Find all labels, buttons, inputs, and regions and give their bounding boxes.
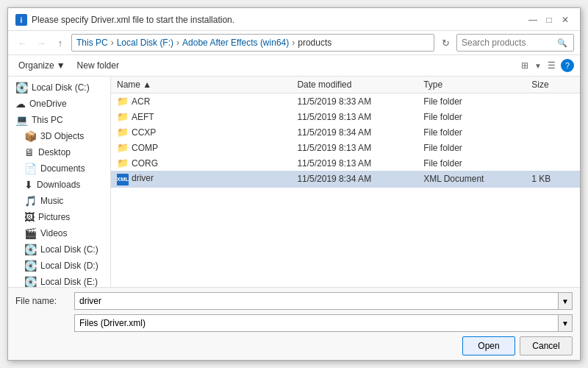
help-button[interactable]: ?: [561, 59, 574, 72]
title-controls: — □ ✕: [526, 14, 573, 26]
title-text: Please specify Driver.xml file to start …: [32, 15, 521, 25]
file-name-ccxp: 📁CCXP: [111, 124, 291, 140]
file-type-driver: XML Document: [417, 171, 526, 188]
file-type-acr: File folder: [417, 93, 526, 110]
dialog-window: i Please specify Driver.xml file to star…: [7, 7, 581, 361]
filename-input[interactable]: [74, 292, 558, 310]
up-button[interactable]: ↑: [52, 35, 68, 51]
file-name-driver: XMLdriver: [111, 171, 291, 188]
back-button[interactable]: ←: [14, 35, 30, 51]
table-row[interactable]: 📁CCXP 11/5/2019 8:34 AM File folder: [111, 124, 580, 140]
computer-icon: 💻: [15, 114, 28, 126]
sidebar-item-documents[interactable]: 📄 Documents: [8, 160, 110, 177]
file-size-acr: [526, 93, 580, 110]
sidebar-item-local-d[interactable]: 💽 Local Disk (D:): [8, 258, 110, 274]
filetype-row: ▼: [15, 314, 573, 332]
disk-d-icon: 💽: [24, 260, 37, 272]
forward-button[interactable]: →: [33, 35, 49, 51]
sidebar-item-videos[interactable]: 🎬 Videos: [8, 225, 110, 241]
new-folder-button[interactable]: New folder: [73, 58, 123, 73]
cloud-icon: ☁: [15, 98, 26, 110]
refresh-button[interactable]: ↻: [437, 35, 453, 51]
col-type[interactable]: Type: [417, 77, 526, 93]
folder-icon: 📁: [117, 158, 129, 169]
file-type-aeft: File folder: [417, 109, 526, 124]
sidebar-item-pictures[interactable]: 🖼 Pictures: [8, 209, 110, 225]
file-table: Name ▲ Date modified Type Size 📁ACR 11/5…: [111, 77, 580, 188]
file-size-comp: [526, 140, 580, 155]
details-view-button[interactable]: ☰: [543, 57, 559, 74]
sidebar-item-this-pc[interactable]: 💻 This PC: [8, 112, 110, 128]
file-date-corg: 11/5/2019 8:13 AM: [291, 155, 417, 171]
filename-row: File name: ▼: [15, 292, 573, 310]
address-bar: ← → ↑ This PC › Local Disk (F:) › Adobe …: [8, 31, 580, 55]
downloads-icon: ⬇: [24, 179, 33, 191]
sidebar-item-downloads[interactable]: ⬇ Downloads: [8, 177, 110, 193]
sidebar-item-local-e[interactable]: 💽 Local Disk (E:): [8, 274, 110, 287]
disk-c-icon: 💽: [24, 244, 37, 255]
open-button[interactable]: Open: [462, 336, 515, 355]
col-name[interactable]: Name ▲: [111, 77, 291, 93]
documents-icon: 📄: [24, 163, 37, 174]
disk-e-icon: 💽: [24, 276, 37, 287]
file-name-corg: 📁CORG: [111, 155, 291, 171]
breadcrumb-after-effects[interactable]: Adobe After Effects (win64): [182, 38, 289, 48]
file-type-ccxp: File folder: [417, 124, 526, 140]
organize-button[interactable]: Organize ▼: [14, 58, 70, 73]
title-bar: i Please specify Driver.xml file to star…: [8, 8, 580, 31]
sidebar-item-desktop[interactable]: 🖥 Desktop: [8, 144, 110, 160]
breadcrumb-local-f[interactable]: Local Disk (F:): [117, 38, 173, 48]
bottom-bar: File name: ▼ ▼ Open Cancel: [8, 287, 580, 360]
folder-icon: 📁: [117, 96, 129, 107]
file-size-driver: 1 KB: [526, 171, 580, 188]
file-name-acr: 📁ACR: [111, 93, 291, 110]
table-row[interactable]: 📁AEFT 11/5/2019 8:13 AM File folder: [111, 109, 580, 124]
view-toggle-button[interactable]: ⊞: [517, 57, 533, 74]
sidebar-item-3d-objects[interactable]: 📦 3D Objects: [8, 128, 110, 144]
videos-icon: 🎬: [24, 227, 37, 239]
sidebar-item-onedrive[interactable]: ☁ OneDrive: [8, 96, 110, 112]
filetype-dropdown-button[interactable]: ▼: [558, 314, 573, 332]
col-size[interactable]: Size: [526, 77, 580, 93]
breadcrumb-products: products: [298, 38, 331, 48]
table-row[interactable]: XMLdriver 11/5/2019 8:34 AM XML Document…: [111, 171, 580, 188]
file-date-ccxp: 11/5/2019 8:34 AM: [291, 124, 417, 140]
file-content: Name ▲ Date modified Type Size 📁ACR 11/5…: [111, 77, 580, 287]
view-buttons: ⊞ ▼ ☰ ?: [517, 57, 574, 74]
minimize-button[interactable]: —: [526, 14, 540, 26]
search-input[interactable]: [462, 38, 557, 48]
file-date-aeft: 11/5/2019 8:13 AM: [291, 109, 417, 124]
folder-icon: 📁: [117, 127, 129, 138]
close-button[interactable]: ✕: [558, 14, 573, 26]
filename-label: File name:: [15, 296, 74, 306]
file-size-corg: [526, 155, 580, 171]
folder-icon: 📁: [117, 142, 129, 153]
col-date[interactable]: Date modified: [291, 77, 417, 93]
file-name-comp: 📁COMP: [111, 140, 291, 155]
maximize-button[interactable]: □: [542, 14, 556, 26]
file-size-ccxp: [526, 124, 580, 140]
filename-dropdown-button[interactable]: ▼: [558, 292, 573, 310]
file-type-comp: File folder: [417, 140, 526, 155]
sidebar-item-local-c2[interactable]: 💽 Local Disk (C:): [8, 241, 110, 258]
sidebar-item-music[interactable]: 🎵 Music: [8, 193, 110, 209]
breadcrumb-this-pc[interactable]: This PC: [76, 38, 108, 48]
table-row[interactable]: 📁COMP 11/5/2019 8:13 AM File folder: [111, 140, 580, 155]
file-name-aeft: 📁AEFT: [111, 109, 291, 124]
dialog-icon: i: [15, 14, 27, 26]
cancel-button[interactable]: Cancel: [520, 336, 573, 355]
file-date-acr: 11/5/2019 8:33 AM: [291, 93, 417, 110]
table-row[interactable]: 📁CORG 11/5/2019 8:13 AM File folder: [111, 155, 580, 171]
action-buttons: Open Cancel: [15, 336, 573, 355]
pictures-icon: 🖼: [24, 211, 35, 223]
music-icon: 🎵: [24, 195, 37, 207]
search-icon: 🔍: [557, 38, 567, 48]
3d-icon: 📦: [24, 130, 37, 142]
toolbar: Organize ▼ New folder ⊞ ▼ ☰ ?: [8, 55, 580, 77]
hard-drive-icon: 💽: [15, 82, 28, 93]
desktop-icon: 🖥: [24, 146, 35, 158]
sidebar-item-local-c[interactable]: 💽 Local Disk (C:): [8, 79, 110, 96]
table-row[interactable]: 📁ACR 11/5/2019 8:33 AM File folder: [111, 93, 580, 110]
main-area: 💽 Local Disk (C:) ☁ OneDrive 💻 This PC 📦…: [8, 77, 580, 287]
file-date-driver: 11/5/2019 8:34 AM: [291, 171, 417, 188]
